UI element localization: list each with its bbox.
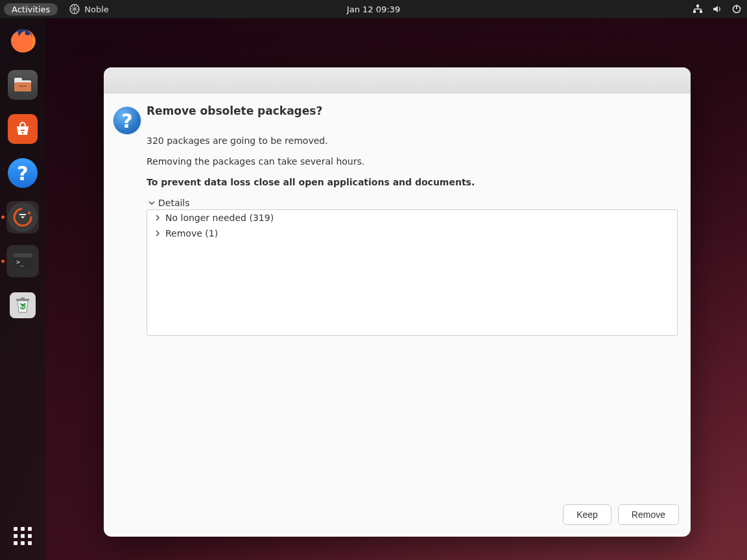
activities-button[interactable]: Activities [4,3,58,16]
dock-terminal[interactable]: >_ [6,245,39,277]
svg-rect-3 [700,10,702,13]
svg-rect-10 [19,86,27,87]
system-tray[interactable] [693,4,742,14]
app-menu-label: Noble [84,5,109,14]
dialog-text-1: 320 packages are going to be removed. [147,135,678,146]
svg-rect-8 [14,78,22,82]
top-bar: Activities Noble Jan 12 09:39 [0,0,747,18]
chevron-right-icon [154,229,161,237]
dialog-warning: To prevent data loss close all open appl… [147,177,678,187]
dialog-window: ? Remove obsolete packages? 320 packages… [104,67,691,537]
dialog-button-row: Keep Remove [104,495,691,537]
power-icon [731,4,742,14]
dock-software[interactable] [6,113,39,145]
details-label: Details [158,198,190,208]
svg-rect-18 [21,298,25,299]
dock-files[interactable] [6,69,39,101]
dialog-text-2: Removing the packages can take several h… [147,156,678,167]
tree-item-label: No longer needed (319) [165,213,274,223]
details-tree[interactable]: No longer needed (319) Remove (1) [147,209,678,336]
software-updater-icon [8,202,38,232]
trash-icon [10,292,36,318]
keep-button[interactable]: Keep [563,504,611,525]
firefox-icon [8,26,38,56]
tree-item[interactable]: Remove (1) [147,226,677,241]
chevron-down-icon [148,199,156,207]
help-icon: ? [8,158,38,188]
remove-button[interactable]: Remove [618,504,679,525]
svg-rect-13 [19,214,26,215]
app-menu[interactable]: Noble [69,4,109,14]
details-expander[interactable]: Details [148,198,678,208]
network-icon [693,4,703,14]
dock: ? >_ [0,18,45,560]
question-icon: ? [113,106,141,135]
app-menu-icon [69,4,80,14]
svg-rect-2 [693,10,696,13]
files-icon [8,70,38,100]
dialog-heading: Remove obsolete packages? [147,104,678,117]
svg-rect-15 [13,253,32,257]
svg-rect-1 [696,5,699,7]
svg-text:>_: >_ [16,259,25,266]
tree-item[interactable]: No longer needed (319) [147,210,677,226]
show-applications-button[interactable] [6,520,39,552]
apps-grid-icon [14,527,32,545]
svg-rect-11 [21,130,25,131]
dock-firefox[interactable] [6,25,39,57]
terminal-icon: >_ [8,246,38,276]
dock-software-updater[interactable] [6,201,39,233]
chevron-right-icon [154,214,161,222]
tree-item-label: Remove (1) [165,228,218,239]
software-icon [8,114,38,144]
clock[interactable]: Jan 12 09:39 [347,5,400,14]
dock-help[interactable]: ? [6,157,39,189]
dock-trash[interactable] [6,289,39,321]
dialog-titlebar[interactable] [104,67,691,93]
volume-icon [712,4,722,14]
